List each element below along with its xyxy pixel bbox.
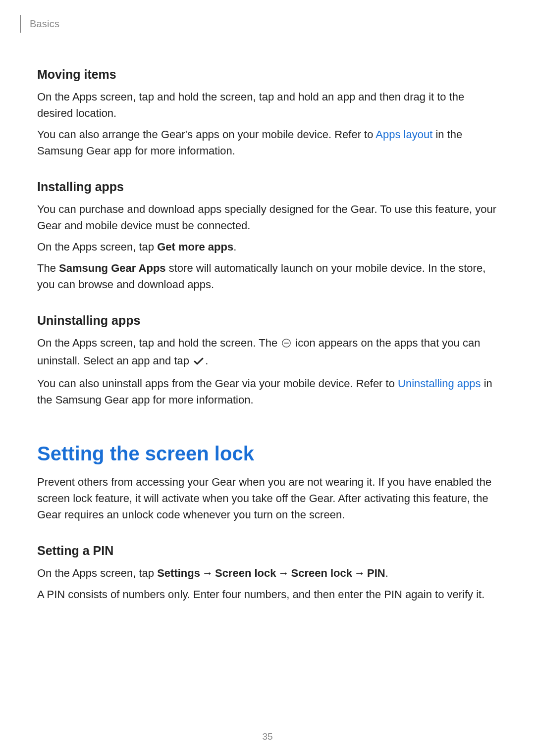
- moving-items-paragraph-1: On the Apps screen, tap and hold the scr…: [37, 89, 498, 121]
- bold-get-more-apps: Get more apps: [157, 241, 233, 253]
- link-uninstalling-apps[interactable]: Uninstalling apps: [398, 377, 481, 390]
- text-fragment: .: [233, 241, 236, 253]
- page-number: 35: [0, 731, 535, 742]
- subheading-uninstalling-apps: Uninstalling apps: [37, 313, 498, 328]
- text-fragment: You can also uninstall apps from the Gea…: [37, 377, 398, 390]
- header-divider: [20, 15, 21, 33]
- section-breadcrumb: Basics: [30, 18, 59, 30]
- installing-apps-paragraph-3: The Samsung Gear Apps store will automat…: [37, 260, 498, 293]
- arrow-icon: →: [354, 565, 365, 581]
- screen-lock-intro: Prevent others from accessing your Gear …: [37, 474, 498, 523]
- subheading-setting-pin: Setting a PIN: [37, 544, 498, 558]
- text-fragment: .: [385, 567, 388, 579]
- section-title-screen-lock: Setting the screen lock: [37, 443, 498, 465]
- arrow-icon: →: [202, 565, 213, 581]
- bold-samsung-gear-apps: Samsung Gear Apps: [59, 262, 166, 274]
- text-fragment: On the Apps screen, tap and hold the scr…: [37, 337, 280, 349]
- bold-screen-lock-1: Screen lock: [215, 567, 276, 579]
- moving-items-paragraph-2: You can also arrange the Gear's apps on …: [37, 126, 498, 159]
- text-fragment: You can also arrange the Gear's apps on …: [37, 128, 375, 141]
- bold-screen-lock-2: Screen lock: [291, 567, 352, 579]
- uninstalling-apps-paragraph-2: You can also uninstall apps from the Gea…: [37, 375, 498, 408]
- setting-pin-paragraph-2: A PIN consists of numbers only. Enter fo…: [37, 586, 498, 603]
- link-apps-layout[interactable]: Apps layout: [375, 128, 432, 141]
- uninstalling-apps-paragraph-1: On the Apps screen, tap and hold the scr…: [37, 335, 498, 370]
- checkmark-icon: [193, 354, 204, 370]
- subheading-installing-apps: Installing apps: [37, 180, 498, 194]
- text-fragment: .: [205, 354, 208, 367]
- remove-circle-icon: [281, 336, 291, 353]
- document-page: Basics Moving items On the Apps screen, …: [0, 0, 535, 756]
- text-fragment: The: [37, 262, 59, 274]
- installing-apps-paragraph-1: You can purchase and download apps speci…: [37, 201, 498, 234]
- text-fragment: On the Apps screen, tap: [37, 241, 157, 253]
- setting-pin-paragraph-1: On the Apps screen, tap Settings→Screen …: [37, 565, 498, 581]
- arrow-icon: →: [278, 565, 289, 581]
- bold-settings: Settings: [157, 567, 200, 579]
- subheading-moving-items: Moving items: [37, 67, 498, 82]
- text-fragment: On the Apps screen, tap: [37, 567, 157, 579]
- bold-pin: PIN: [367, 567, 385, 579]
- page-header: Basics: [20, 15, 498, 33]
- installing-apps-paragraph-2: On the Apps screen, tap Get more apps.: [37, 239, 498, 255]
